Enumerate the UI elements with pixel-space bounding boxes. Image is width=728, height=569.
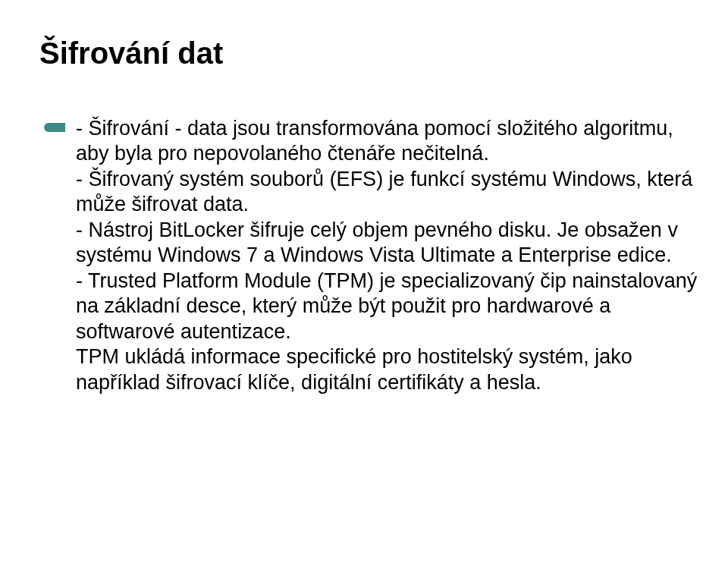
slide-body: - Šifrování - data jsou transformována p… xyxy=(76,116,698,395)
bullet-icon xyxy=(44,123,65,132)
bullet-block: - Šifrování - data jsou transformována p… xyxy=(46,116,698,395)
paragraph: - Nástroj BitLocker šifruje celý objem p… xyxy=(76,218,698,269)
paragraph-indented: TPM ukládá informace specifické pro host… xyxy=(76,344,698,395)
slide-title: Šifrování dat xyxy=(39,36,698,71)
paragraph: - Šifrování - data jsou transformována p… xyxy=(76,116,698,167)
paragraph: - Trusted Platform Module (TPM) je speci… xyxy=(76,269,698,344)
paragraph: - Šifrovaný systém souborů (EFS) je funk… xyxy=(76,167,698,218)
